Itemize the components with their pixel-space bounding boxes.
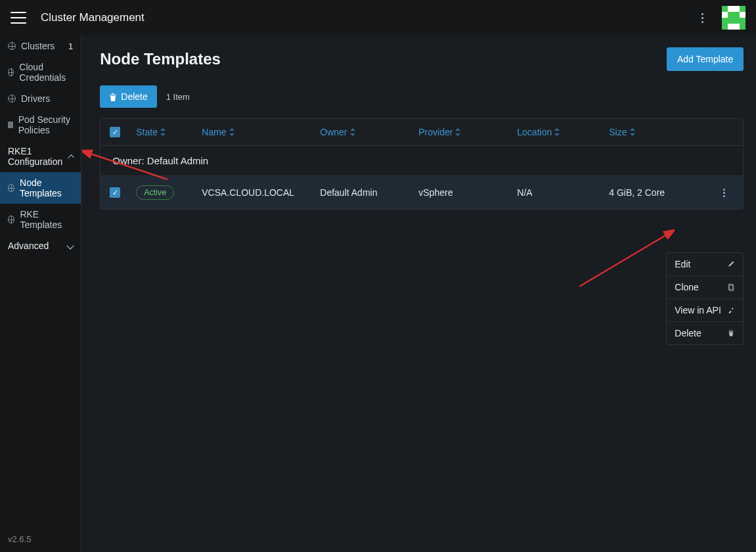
sidebar-label: Cloud Credentials xyxy=(19,62,73,83)
table-header: ✓ State Name Owner Provider Location Siz… xyxy=(100,119,743,146)
clipboard-icon xyxy=(727,283,735,291)
th-state[interactable]: State xyxy=(136,127,195,137)
page-title: Node Templates xyxy=(100,50,221,68)
menu-item-edit[interactable]: Edit xyxy=(667,253,743,276)
table-row[interactable]: ✓ Active VCSA.CLOUD.LOCAL Default Admin … xyxy=(100,176,743,209)
select-all-checkbox[interactable]: ✓ xyxy=(110,127,120,137)
th-provider[interactable]: Provider xyxy=(418,127,510,137)
sidebar-item-clusters[interactable]: Clusters 1 xyxy=(0,35,81,57)
owner-group-row: Owner: Default Admin xyxy=(100,146,743,176)
sidebar-section-rke1[interactable]: RKE1 Configuration xyxy=(0,141,81,172)
context-menu: Edit Clone View in API Delete xyxy=(666,252,744,345)
th-size[interactable]: Size xyxy=(609,127,707,137)
th-location[interactable]: Location xyxy=(517,127,602,137)
sidebar-section-label: RKE1 Configuration xyxy=(8,146,64,167)
cell-owner: Default Admin xyxy=(320,187,412,198)
sidebar-item-pod-security[interactable]: Pod Security Policies xyxy=(0,109,81,141)
row-checkbox[interactable]: ✓ xyxy=(110,187,120,198)
hamburger-menu-icon[interactable] xyxy=(11,12,26,24)
tools-icon xyxy=(727,306,735,314)
avatar[interactable] xyxy=(722,6,745,30)
sidebar-section-label: Advanced xyxy=(8,241,49,251)
main-content: Node Templates Add Template Delete 1 Ite… xyxy=(81,35,756,552)
topbar: Cluster Management xyxy=(0,0,756,35)
menu-item-delete[interactable]: Delete xyxy=(667,322,743,344)
th-owner[interactable]: Owner xyxy=(320,127,412,137)
sidebar-item-rke-templates[interactable]: RKE Templates xyxy=(0,204,81,235)
item-count: 1 Item xyxy=(166,92,190,102)
sidebar-item-drivers[interactable]: Drivers xyxy=(0,88,81,109)
sidebar-label: Drivers xyxy=(21,93,50,104)
sidebar-section-advanced[interactable]: Advanced xyxy=(0,235,81,256)
globe-icon xyxy=(8,216,14,223)
globe-icon xyxy=(8,42,16,50)
version-label: v2.6.5 xyxy=(0,526,81,552)
globe-icon xyxy=(8,95,16,103)
sort-icon xyxy=(554,128,560,136)
delete-button[interactable]: Delete xyxy=(100,85,156,108)
add-template-button[interactable]: Add Template xyxy=(667,47,744,71)
cell-size: 4 GiB, 2 Core xyxy=(609,187,707,198)
sort-icon xyxy=(229,128,234,136)
globe-icon xyxy=(8,68,14,76)
status-badge: Active xyxy=(136,185,174,200)
chevron-up-icon xyxy=(68,154,74,161)
delete-label: Delete xyxy=(121,91,147,102)
sidebar-label: Clusters xyxy=(21,41,55,51)
trash-icon xyxy=(727,329,735,337)
pencil-icon xyxy=(727,260,735,268)
th-name[interactable]: Name xyxy=(202,127,313,137)
sort-icon xyxy=(455,128,460,136)
cell-provider: vSphere xyxy=(418,187,510,198)
sidebar-count: 1 xyxy=(68,41,73,51)
folder-icon xyxy=(8,122,13,128)
app-title: Cluster Management xyxy=(41,11,145,24)
top-menu-icon[interactable] xyxy=(696,8,709,28)
trash-icon xyxy=(109,93,117,101)
cell-location: N/A xyxy=(517,187,602,198)
sort-icon xyxy=(160,128,166,136)
sidebar: Clusters 1 Cloud Credentials Drivers Pod… xyxy=(0,35,81,552)
cell-name: VCSA.CLOUD.LOCAL xyxy=(202,187,313,198)
templates-table: ✓ State Name Owner Provider Location Siz… xyxy=(100,118,744,210)
sort-icon xyxy=(350,128,355,136)
sidebar-item-node-templates[interactable]: Node Templates xyxy=(0,172,81,204)
row-menu-icon[interactable] xyxy=(714,186,734,200)
sort-icon xyxy=(630,128,635,136)
menu-item-view-api[interactable]: View in API xyxy=(667,299,743,322)
menu-item-clone[interactable]: Clone xyxy=(667,276,743,299)
chevron-down-icon xyxy=(67,242,74,249)
sidebar-label: RKE Templates xyxy=(20,209,73,230)
sidebar-label: Pod Security Policies xyxy=(18,114,74,135)
sidebar-label: Node Templates xyxy=(20,177,73,198)
globe-icon xyxy=(8,184,14,192)
sidebar-item-cloud-credentials[interactable]: Cloud Credentials xyxy=(0,57,81,88)
